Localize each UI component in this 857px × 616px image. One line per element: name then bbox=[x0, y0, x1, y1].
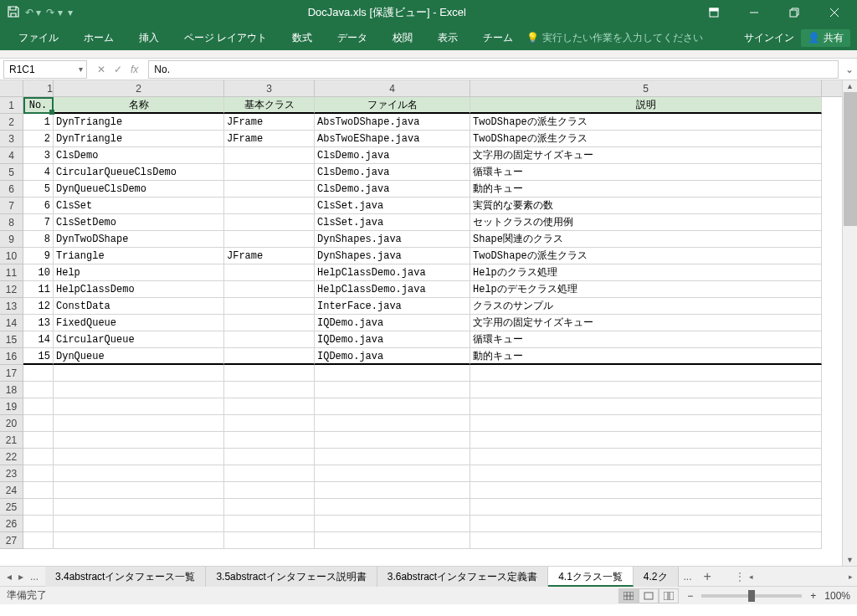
row-header[interactable]: 18 bbox=[0, 382, 23, 398]
restore-button[interactable] bbox=[775, 0, 813, 25]
cell[interactable]: 13 bbox=[23, 315, 54, 331]
cell[interactable] bbox=[224, 331, 315, 348]
cell[interactable] bbox=[224, 432, 315, 449]
row-header[interactable]: 13 bbox=[0, 298, 23, 315]
cell[interactable]: ClsDemo.java bbox=[315, 164, 470, 181]
cell[interactable] bbox=[224, 181, 315, 198]
cell[interactable] bbox=[470, 365, 822, 382]
cell[interactable] bbox=[315, 415, 470, 432]
cell[interactable]: CircularQueue bbox=[54, 331, 224, 348]
cell[interactable]: InterFace.java bbox=[315, 298, 470, 315]
cell[interactable] bbox=[315, 532, 470, 549]
cell[interactable] bbox=[470, 398, 822, 415]
cell[interactable]: ClsDemo bbox=[54, 147, 224, 164]
row-header[interactable]: 4 bbox=[0, 147, 23, 164]
cell[interactable]: 動的キュー bbox=[470, 348, 822, 365]
row-header[interactable]: 25 bbox=[0, 499, 23, 516]
cell[interactable] bbox=[54, 449, 224, 465]
cell[interactable] bbox=[54, 499, 224, 516]
cell[interactable]: 5 bbox=[23, 181, 54, 198]
cell[interactable]: ファイル名 bbox=[315, 97, 470, 114]
cell[interactable]: セットクラスの使用例 bbox=[470, 214, 822, 231]
tab-nav-prev-icon[interactable]: ▸ bbox=[18, 571, 23, 583]
vertical-scrollbar[interactable]: ▲ ▼ bbox=[842, 80, 857, 566]
cell[interactable] bbox=[23, 465, 54, 482]
cell[interactable] bbox=[54, 516, 224, 532]
close-button[interactable] bbox=[815, 0, 854, 25]
cell[interactable] bbox=[54, 465, 224, 482]
cell[interactable] bbox=[470, 449, 822, 465]
zoom-in-button[interactable]: + bbox=[810, 590, 816, 602]
cell[interactable] bbox=[224, 415, 315, 432]
cell[interactable] bbox=[470, 516, 822, 532]
cell[interactable] bbox=[470, 465, 822, 482]
cell[interactable] bbox=[315, 365, 470, 382]
cell[interactable] bbox=[54, 382, 224, 398]
cell[interactable]: HelpClassDemo.java bbox=[315, 264, 470, 281]
cell[interactable]: TwoDShapeの派生クラス bbox=[470, 131, 822, 147]
cell[interactable]: No. bbox=[23, 97, 54, 114]
column-header[interactable]: 5 bbox=[470, 80, 822, 96]
cell[interactable]: DynTriangle bbox=[54, 131, 224, 147]
cell[interactable] bbox=[315, 398, 470, 415]
cell[interactable] bbox=[470, 432, 822, 449]
cell[interactable] bbox=[23, 499, 54, 516]
cell[interactable] bbox=[224, 315, 315, 331]
row-header[interactable]: 15 bbox=[0, 331, 23, 348]
cell[interactable]: CircularQueueClsDemo bbox=[54, 164, 224, 181]
cell[interactable]: 15 bbox=[23, 348, 54, 365]
cell[interactable] bbox=[23, 415, 54, 432]
cell[interactable]: JFrame bbox=[224, 131, 315, 147]
row-header[interactable]: 8 bbox=[0, 214, 23, 231]
cell[interactable]: DynShapes.java bbox=[315, 248, 470, 264]
cell[interactable]: Helpのクラス処理 bbox=[470, 264, 822, 281]
cell[interactable]: 動的キュー bbox=[470, 181, 822, 198]
cell[interactable]: IQDemo.java bbox=[315, 331, 470, 348]
enter-formula-icon[interactable]: ✓ bbox=[114, 64, 122, 75]
cell[interactable] bbox=[224, 398, 315, 415]
cell[interactable] bbox=[315, 465, 470, 482]
cell[interactable]: ClsSetDemo bbox=[54, 214, 224, 231]
horizontal-scrollbar[interactable] bbox=[758, 570, 844, 583]
formula-expand-icon[interactable]: ⌄ bbox=[842, 64, 857, 75]
row-header[interactable]: 19 bbox=[0, 398, 23, 415]
minimize-button[interactable] bbox=[735, 0, 773, 25]
add-sheet-button[interactable]: + bbox=[697, 569, 718, 584]
cell[interactable]: HelpClassDemo bbox=[54, 281, 224, 298]
cell[interactable]: ClsDemo.java bbox=[315, 181, 470, 198]
row-header[interactable]: 20 bbox=[0, 415, 23, 432]
cell[interactable] bbox=[224, 164, 315, 181]
cell[interactable] bbox=[54, 415, 224, 432]
cell[interactable]: ClsSet.java bbox=[315, 198, 470, 214]
cell[interactable] bbox=[224, 231, 315, 248]
cell[interactable]: DynTwoDShape bbox=[54, 231, 224, 248]
name-box[interactable]: R1C1 bbox=[3, 60, 87, 79]
cell[interactable]: DynTriangle bbox=[54, 114, 224, 131]
cell[interactable]: 実質的な要素の数 bbox=[470, 198, 822, 214]
cell[interactable]: 11 bbox=[23, 281, 54, 298]
cell[interactable]: Shape関連のクラス bbox=[470, 231, 822, 248]
cell[interactable] bbox=[54, 432, 224, 449]
cell[interactable] bbox=[315, 382, 470, 398]
cell[interactable]: 文字用の固定サイズキュー bbox=[470, 315, 822, 331]
cell[interactable]: ClsDemo.java bbox=[315, 147, 470, 164]
sheet-tab[interactable]: 4.2ク bbox=[634, 567, 679, 587]
tab-team[interactable]: チーム bbox=[471, 25, 525, 50]
cell[interactable] bbox=[224, 298, 315, 315]
cell[interactable]: 循環キュー bbox=[470, 331, 822, 348]
cell[interactable]: 12 bbox=[23, 298, 54, 315]
row-header[interactable]: 9 bbox=[0, 231, 23, 248]
cell[interactable]: クラスのサンプル bbox=[470, 298, 822, 315]
column-header[interactable]: 4 bbox=[315, 80, 470, 96]
cell[interactable]: 6 bbox=[23, 198, 54, 214]
cell[interactable]: IQDemo.java bbox=[315, 348, 470, 365]
scroll-down-icon[interactable]: ▼ bbox=[843, 554, 857, 566]
cell[interactable]: 基本クラス bbox=[224, 97, 315, 114]
row-header[interactable]: 27 bbox=[0, 532, 23, 549]
cell[interactable] bbox=[23, 516, 54, 532]
hscroll-divider-icon[interactable]: ⋮ bbox=[735, 571, 745, 583]
sheet-tab[interactable]: 3.5abstractインタフェース説明書 bbox=[206, 567, 377, 587]
column-header[interactable]: 1 bbox=[23, 80, 54, 96]
cell[interactable] bbox=[23, 449, 54, 465]
cell[interactable] bbox=[470, 415, 822, 432]
